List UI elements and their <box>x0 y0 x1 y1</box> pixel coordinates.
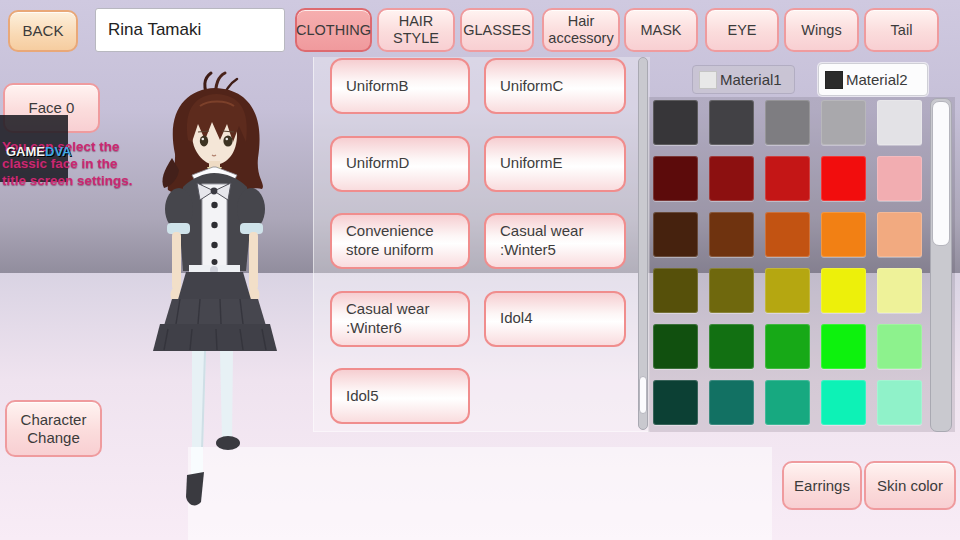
clothing-item-uniforme[interactable]: UniformE <box>484 136 626 192</box>
tab-eye[interactable]: EYE <box>705 8 779 52</box>
material-tab-label: Material2 <box>846 71 908 88</box>
color-swatch-r1c5[interactable] <box>877 100 922 145</box>
gamedva-logo: GAMEDVA <box>6 144 71 159</box>
material-tab-label: Material1 <box>720 71 782 88</box>
tab-hair-accessory[interactable]: Hair accessory <box>542 8 620 52</box>
clothing-list-scrollbar-thumb[interactable] <box>639 376 647 414</box>
material-swatch-icon <box>699 71 717 89</box>
color-swatch-r3c2[interactable] <box>709 212 754 257</box>
color-swatch-r5c2[interactable] <box>709 324 754 369</box>
color-swatch-r5c4[interactable] <box>821 324 866 369</box>
color-swatch-r4c1[interactable] <box>653 268 698 313</box>
clothing-list-panel: UniformBUniformCUniformDUniformEConvenie… <box>313 57 650 432</box>
color-swatch-r6c2[interactable] <box>709 380 754 425</box>
material-tab-material1[interactable]: Material1 <box>692 65 795 94</box>
color-swatch-r1c1[interactable] <box>653 100 698 145</box>
color-swatch-r2c1[interactable] <box>653 156 698 201</box>
clothing-item-idol4[interactable]: Idol4 <box>484 291 626 347</box>
color-swatch-r4c3[interactable] <box>765 268 810 313</box>
character-editor-screen: BACK CLOTHINGHAIR STYLEGLASSESHair acces… <box>0 0 960 540</box>
clothing-item-uniformc[interactable]: UniformC <box>484 58 626 114</box>
color-swatch-r6c5[interactable] <box>877 380 922 425</box>
character-name-input[interactable] <box>95 8 285 52</box>
skin-color-button[interactable]: Skin color <box>864 461 956 510</box>
color-swatch-r6c1[interactable] <box>653 380 698 425</box>
material-swatch-icon <box>825 71 843 89</box>
color-swatch-r3c5[interactable] <box>877 212 922 257</box>
color-swatch-r6c4[interactable] <box>821 380 866 425</box>
color-swatch-r1c4[interactable] <box>821 100 866 145</box>
gamedva-logo-dva: DVA <box>45 144 71 159</box>
tab-mask[interactable]: MASK <box>624 8 698 52</box>
earrings-button[interactable]: Earrings <box>782 461 862 510</box>
material-tab-material2[interactable]: Material2 <box>818 63 928 96</box>
color-swatch-r3c1[interactable] <box>653 212 698 257</box>
color-swatch-r1c2[interactable] <box>709 100 754 145</box>
color-swatch-r2c5[interactable] <box>877 156 922 201</box>
palette-scrollbar[interactable] <box>930 98 952 432</box>
color-swatch-r2c3[interactable] <box>765 156 810 201</box>
palette-scrollbar-thumb[interactable] <box>932 101 950 246</box>
gamedva-logo-game: GAME <box>6 144 45 159</box>
character-change-button[interactable]: Character Change <box>5 400 102 457</box>
color-palette-panel <box>648 97 955 432</box>
tab-clothing[interactable]: CLOTHING <box>295 8 372 52</box>
clothing-item-casual-wear-winter5[interactable]: Casual wear :Winter5 <box>484 213 626 269</box>
tab-tail[interactable]: Tail <box>864 8 939 52</box>
color-swatch-r1c3[interactable] <box>765 100 810 145</box>
color-swatch-r6c3[interactable] <box>765 380 810 425</box>
back-button[interactable]: BACK <box>8 10 78 52</box>
color-swatch-r5c3[interactable] <box>765 324 810 369</box>
clothing-item-uniformd[interactable]: UniformD <box>330 136 470 192</box>
color-swatch-r4c2[interactable] <box>709 268 754 313</box>
color-swatch-r2c4[interactable] <box>821 156 866 201</box>
clothing-list-scrollbar[interactable] <box>638 57 648 430</box>
color-swatch-r5c1[interactable] <box>653 324 698 369</box>
color-swatch-r3c4[interactable] <box>821 212 866 257</box>
color-swatch-r3c3[interactable] <box>765 212 810 257</box>
clothing-item-convenience-store-uniform[interactable]: Convenience store uniform <box>330 213 470 269</box>
tab-wings[interactable]: Wings <box>784 8 859 52</box>
color-swatch-r5c5[interactable] <box>877 324 922 369</box>
character-model <box>80 58 320 510</box>
tab-hair-style[interactable]: HAIR STYLE <box>377 8 455 52</box>
watermark-caption-line: title screen settings. <box>2 172 142 189</box>
clothing-item-uniformb[interactable]: UniformB <box>330 58 470 114</box>
tab-glasses[interactable]: GLASSES <box>460 8 534 52</box>
color-swatch-r4c5[interactable] <box>877 268 922 313</box>
color-swatch-r4c4[interactable] <box>821 268 866 313</box>
clothing-item-casual-wear-winter6[interactable]: Casual wear :Winter6 <box>330 291 470 347</box>
color-swatch-r2c2[interactable] <box>709 156 754 201</box>
clothing-item-idol5[interactable]: Idol5 <box>330 368 470 424</box>
